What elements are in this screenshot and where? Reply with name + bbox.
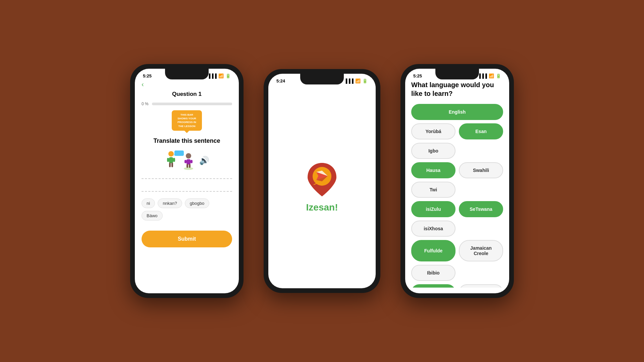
battery-icon-3: 🔋 xyxy=(496,73,501,78)
word-chip[interactable]: Báwo xyxy=(142,211,163,221)
app-logo xyxy=(304,161,340,198)
language-button-english[interactable]: English xyxy=(411,104,503,120)
language-row-english: English xyxy=(411,104,503,120)
svg-rect-11 xyxy=(191,160,193,163)
svg-rect-5 xyxy=(171,163,173,167)
language-button-twi[interactable]: Twi xyxy=(411,182,455,198)
language-button-yoruba[interactable]: Yorùbá xyxy=(411,123,455,139)
submit-button[interactable]: Submit xyxy=(142,231,232,247)
language-content: What language would you like to learn? E… xyxy=(405,80,509,288)
wifi-icon-2: 📶 xyxy=(355,78,361,83)
language-button-fulfulde[interactable]: Fulfulde xyxy=(411,240,455,261)
svg-point-14 xyxy=(184,167,193,170)
signal-icon: ▐▐▐ xyxy=(207,73,217,78)
logo-area: Izesan! xyxy=(304,161,340,213)
phone-notch xyxy=(165,69,209,79)
scene-illustration xyxy=(164,150,195,172)
language-grid: EnglishYorùbáEsanIgboHausaSwahiliTwiisiZ… xyxy=(411,104,503,288)
language-button-igbo[interactable]: Igbo xyxy=(411,143,455,159)
signal-icon-2: ▐▐▐ xyxy=(344,78,354,83)
battery-icon-2: 🔋 xyxy=(362,78,368,83)
time-3: 5:25 xyxy=(413,73,422,78)
language-button-hausa[interactable]: Hausa xyxy=(411,162,455,178)
word-chip[interactable]: nnkan? xyxy=(158,198,182,208)
svg-rect-3 xyxy=(173,158,175,162)
status-icons-3: ▐▐▐ 📶 🔋 xyxy=(478,73,501,78)
speaker-button[interactable]: 🔊 xyxy=(199,156,209,165)
word-chip[interactable]: gbogbo xyxy=(185,198,209,208)
phone-notch-2 xyxy=(300,74,344,84)
svg-rect-2 xyxy=(167,158,169,162)
language-button-kanuri[interactable]: Kanuri xyxy=(411,284,455,288)
phone-splash: 5:24 ▐▐▐ 📶 🔋 xyxy=(264,69,380,293)
svg-point-0 xyxy=(168,151,174,157)
answer-area[interactable] xyxy=(142,178,232,192)
svg-rect-9 xyxy=(186,159,191,165)
phone-question: 5:25 ▐▐▐ 📶 🔋 ‹ Question 1 0 % THIS BAR S… xyxy=(130,64,244,298)
wifi-icon: 📶 xyxy=(218,73,224,78)
language-row-ibibio: Ibibio xyxy=(411,265,503,281)
splash-content: Izesan! xyxy=(268,85,376,288)
language-row-twi: Twi xyxy=(411,182,503,198)
language-button-jamaican-creole[interactable]: Jamaican Creole xyxy=(459,240,503,261)
tooltip-area: THIS BAR SHOWS YOUR PROGRESS IN THE LESS… xyxy=(142,110,232,131)
status-icons-2: ▐▐▐ 📶 🔋 xyxy=(344,78,368,83)
language-row: isiZuluSeTswana xyxy=(411,201,503,217)
language-row-igbo: Igbo xyxy=(411,143,503,159)
svg-point-8 xyxy=(186,153,191,159)
language-button-setswana[interactable]: SeTswana xyxy=(459,201,503,217)
svg-rect-6 xyxy=(174,150,184,156)
question-title: Question 1 xyxy=(142,91,232,98)
progress-bar-bg xyxy=(152,103,232,105)
language-row-isixhosa: isiXhosa xyxy=(411,221,503,237)
svg-rect-1 xyxy=(169,157,173,163)
language-button-isixhosa[interactable]: isiXhosa xyxy=(411,221,455,237)
progress-label: 0 % xyxy=(142,102,149,106)
status-icons-1: ▐▐▐ 📶 🔋 xyxy=(207,73,231,78)
language-row: HausaSwahili xyxy=(411,162,503,178)
word-chips: ninnkan?gbogboBáwo xyxy=(142,198,232,221)
language-row: KanuriNigerian Pidgin xyxy=(411,284,503,288)
svg-rect-10 xyxy=(184,160,186,163)
scene-area: 🔊 xyxy=(142,150,232,172)
time-1: 5:25 xyxy=(143,73,152,78)
language-button-esan[interactable]: Esan xyxy=(459,123,503,139)
svg-rect-4 xyxy=(169,163,171,167)
back-button[interactable]: ‹ xyxy=(142,80,232,88)
language-button-swahili[interactable]: Swahili xyxy=(459,162,503,178)
wifi-icon-3: 📶 xyxy=(489,73,494,78)
language-button-isizulu[interactable]: isiZulu xyxy=(411,201,455,217)
language-button-nigerian-pidgin[interactable]: Nigerian Pidgin xyxy=(459,284,503,288)
word-chip[interactable]: ni xyxy=(142,198,155,208)
signal-icon-3: ▐▐▐ xyxy=(478,73,487,78)
language-row: FulfuldeJamaican Creole xyxy=(411,240,503,261)
language-row: YorùbáEsan xyxy=(411,123,503,139)
phone-language: 5:25 ▐▐▐ 📶 🔋 What language would you lik… xyxy=(400,64,514,298)
phone-notch-3 xyxy=(435,69,479,79)
logo-text: Izesan! xyxy=(306,202,338,213)
translate-label: Translate this sentence xyxy=(142,137,232,144)
progress-row: 0 % xyxy=(142,102,232,106)
tooltip-box: THIS BAR SHOWS YOUR PROGRESS IN THE LESS… xyxy=(172,110,202,131)
time-2: 5:24 xyxy=(276,78,285,83)
language-heading: What language would you like to learn? xyxy=(411,80,503,98)
battery-icon: 🔋 xyxy=(225,73,231,78)
language-button-ibibio[interactable]: Ibibio xyxy=(411,265,455,281)
